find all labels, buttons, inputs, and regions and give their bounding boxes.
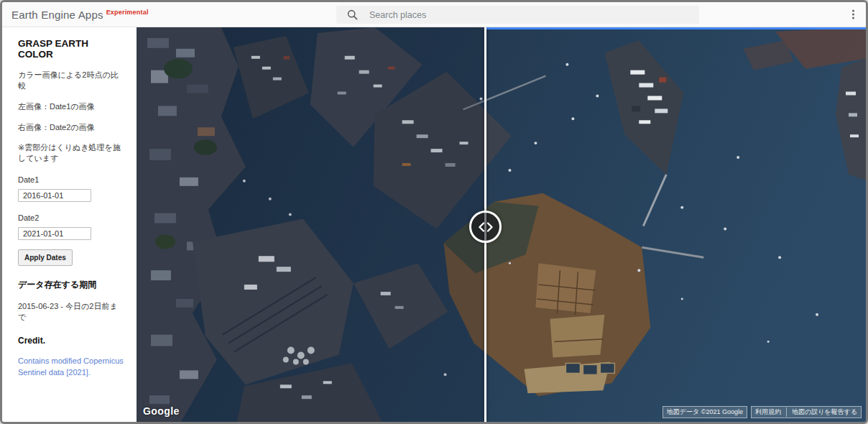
terms-of-use-link[interactable]: 利用規約 [755,407,781,417]
swipe-handle[interactable] [469,211,502,243]
description-right-image: 右画像：Date2の画像 [18,122,124,133]
map-data-attribution-text: 地図データ ©2021 Google [667,407,743,417]
report-map-error-link[interactable]: 地図の誤りを報告する [792,407,857,417]
credit-heading: Credit. [18,336,124,346]
app-window: Earth Engine AppsExperimental GRASP EART… [0,0,868,424]
description-compare: カラー画像による2時点の比較 [18,70,124,91]
date2-input[interactable] [18,227,91,240]
date1-input[interactable] [18,189,91,202]
search-input[interactable] [368,6,699,24]
map-data-attribution: 地図データ ©2021 Google [662,406,747,418]
description-cloud-note: ※雲部分はくりぬき処理を施しています [18,142,124,164]
left-right-chevrons-icon [478,222,494,232]
search-bar[interactable] [336,6,699,24]
data-period-value: 2015-06-23 - 今日の2日前まで [18,301,124,323]
experimental-badge: Experimental [106,9,149,16]
date1-label: Date1 [18,175,124,184]
map-panel[interactable]: Google 地図データ ©2021 Google 利用規約 地図の誤りを報告す… [137,27,866,422]
attribution-separator [786,407,787,417]
app-title: Earth Engine AppsExperimental [11,9,149,21]
app-header: Earth Engine AppsExperimental [2,2,866,27]
copernicus-credit-link[interactable]: Contains modified Copernicus Sentinel da… [18,356,124,379]
map-attribution: 地図データ ©2021 Google 利用規約 地図の誤りを報告する [662,406,862,418]
app-title-text: Earth Engine Apps [11,9,103,21]
app-name-heading: GRASP EARTH COLOR [18,38,124,60]
right-map-top-border [484,27,866,29]
search-icon [347,9,358,20]
overflow-menu-icon[interactable] [850,8,857,22]
google-logo[interactable]: Google [143,405,180,417]
sidebar: GRASP EARTH COLOR カラー画像による2時点の比較 左画像：Dat… [2,27,137,422]
description-left-image: 左画像：Date1の画像 [18,101,124,112]
data-period-heading: データ存在する期間 [18,279,124,291]
apply-dates-button[interactable]: Apply Dates [18,249,73,266]
content-row: GRASP EARTH COLOR カラー画像による2時点の比較 左画像：Dat… [2,27,866,422]
map-links-attribution: 利用規約 地図の誤りを報告する [751,406,862,418]
date2-label: Date2 [18,213,124,222]
map-left-image-tint [137,27,485,422]
